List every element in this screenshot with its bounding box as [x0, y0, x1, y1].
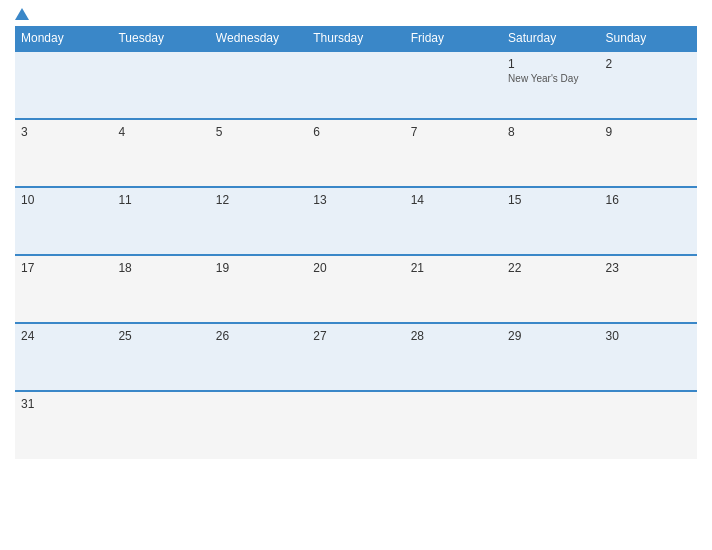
calendar-day-cell: 21 — [405, 255, 502, 323]
calendar-day-cell: 17 — [15, 255, 112, 323]
calendar-day-cell: 9 — [600, 119, 697, 187]
day-number: 31 — [21, 397, 106, 411]
day-of-week-header: Tuesday — [112, 26, 209, 51]
day-number: 9 — [606, 125, 691, 139]
calendar-week-row: 3456789 — [15, 119, 697, 187]
day-number: 15 — [508, 193, 593, 207]
day-number: 27 — [313, 329, 398, 343]
calendar-day-cell: 13 — [307, 187, 404, 255]
day-number: 19 — [216, 261, 301, 275]
calendar-day-cell: 1New Year's Day — [502, 51, 599, 119]
day-of-week-header: Friday — [405, 26, 502, 51]
calendar-day-cell: 18 — [112, 255, 209, 323]
calendar-day-cell — [307, 391, 404, 459]
day-number: 16 — [606, 193, 691, 207]
calendar-day-cell: 26 — [210, 323, 307, 391]
calendar-day-cell: 8 — [502, 119, 599, 187]
calendar-day-cell: 3 — [15, 119, 112, 187]
day-number: 5 — [216, 125, 301, 139]
logo-triangle-icon — [15, 8, 29, 20]
calendar-day-cell: 5 — [210, 119, 307, 187]
calendar-day-cell: 15 — [502, 187, 599, 255]
calendar-day-cell: 16 — [600, 187, 697, 255]
calendar-day-cell: 19 — [210, 255, 307, 323]
calendar-week-row: 31 — [15, 391, 697, 459]
day-number: 18 — [118, 261, 203, 275]
calendar-week-row: 24252627282930 — [15, 323, 697, 391]
calendar-day-cell: 14 — [405, 187, 502, 255]
day-number: 10 — [21, 193, 106, 207]
calendar-day-cell: 10 — [15, 187, 112, 255]
calendar-header-row: MondayTuesdayWednesdayThursdayFridaySatu… — [15, 26, 697, 51]
calendar-day-cell: 28 — [405, 323, 502, 391]
day-number: 2 — [606, 57, 691, 71]
day-number: 11 — [118, 193, 203, 207]
day-number: 12 — [216, 193, 301, 207]
calendar-week-row: 10111213141516 — [15, 187, 697, 255]
day-number: 24 — [21, 329, 106, 343]
day-number: 3 — [21, 125, 106, 139]
calendar-table: MondayTuesdayWednesdayThursdayFridaySatu… — [15, 26, 697, 459]
day-number: 28 — [411, 329, 496, 343]
day-of-week-header: Sunday — [600, 26, 697, 51]
calendar-week-row: 17181920212223 — [15, 255, 697, 323]
day-number: 1 — [508, 57, 593, 71]
calendar-day-cell: 11 — [112, 187, 209, 255]
logo-blue-row — [15, 10, 32, 20]
day-number: 22 — [508, 261, 593, 275]
calendar-day-cell — [307, 51, 404, 119]
calendar-day-cell — [15, 51, 112, 119]
logo — [15, 10, 32, 20]
calendar-day-cell — [210, 51, 307, 119]
day-number: 20 — [313, 261, 398, 275]
day-number: 8 — [508, 125, 593, 139]
calendar-day-cell: 7 — [405, 119, 502, 187]
page: MondayTuesdayWednesdayThursdayFridaySatu… — [0, 0, 712, 550]
calendar-day-cell: 12 — [210, 187, 307, 255]
calendar-day-cell — [112, 51, 209, 119]
day-number: 4 — [118, 125, 203, 139]
calendar-day-cell — [405, 391, 502, 459]
day-of-week-header: Saturday — [502, 26, 599, 51]
calendar-day-cell — [600, 391, 697, 459]
day-of-week-header: Wednesday — [210, 26, 307, 51]
calendar-day-cell: 31 — [15, 391, 112, 459]
day-number: 21 — [411, 261, 496, 275]
calendar-week-row: 1New Year's Day2 — [15, 51, 697, 119]
day-of-week-header: Monday — [15, 26, 112, 51]
day-number: 17 — [21, 261, 106, 275]
day-number: 14 — [411, 193, 496, 207]
calendar-day-cell: 2 — [600, 51, 697, 119]
calendar-day-cell — [502, 391, 599, 459]
calendar-day-cell: 6 — [307, 119, 404, 187]
day-number: 7 — [411, 125, 496, 139]
day-number: 30 — [606, 329, 691, 343]
calendar-day-cell: 4 — [112, 119, 209, 187]
day-number: 23 — [606, 261, 691, 275]
day-number: 13 — [313, 193, 398, 207]
calendar-day-cell — [112, 391, 209, 459]
day-number: 6 — [313, 125, 398, 139]
day-number: 25 — [118, 329, 203, 343]
header — [15, 10, 697, 20]
day-number: 29 — [508, 329, 593, 343]
calendar-day-cell: 30 — [600, 323, 697, 391]
calendar-day-cell: 29 — [502, 323, 599, 391]
day-number: 26 — [216, 329, 301, 343]
holiday-name: New Year's Day — [508, 73, 593, 84]
calendar-day-cell: 25 — [112, 323, 209, 391]
calendar-day-cell: 22 — [502, 255, 599, 323]
calendar-day-cell: 23 — [600, 255, 697, 323]
calendar-day-cell — [405, 51, 502, 119]
calendar-day-cell: 24 — [15, 323, 112, 391]
calendar-day-cell: 20 — [307, 255, 404, 323]
day-of-week-header: Thursday — [307, 26, 404, 51]
calendar-day-cell: 27 — [307, 323, 404, 391]
calendar-day-cell — [210, 391, 307, 459]
